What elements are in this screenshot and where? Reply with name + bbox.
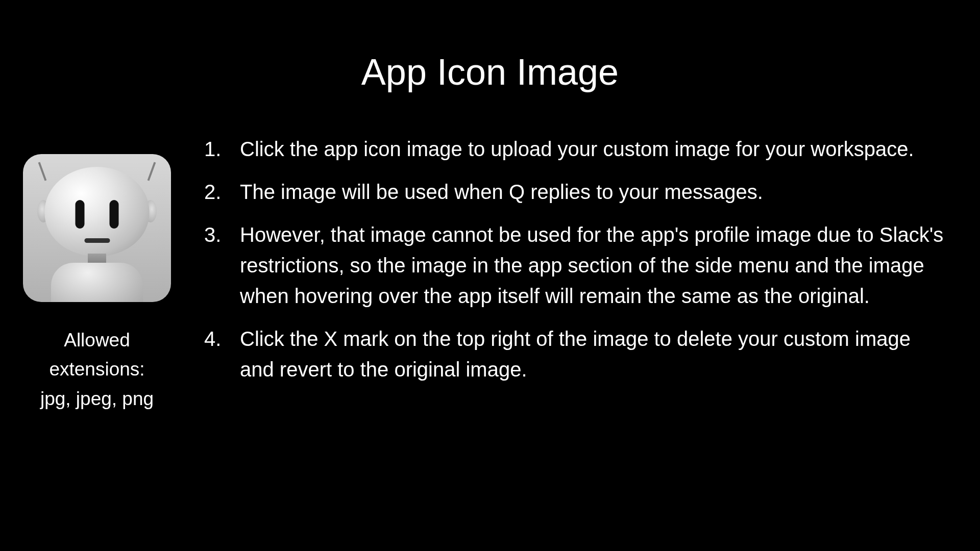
left-column: Allowed extensions: jpg, jpeg, png bbox=[20, 134, 174, 413]
page-title: App Icon Image bbox=[20, 51, 960, 93]
instruction-item: Click the app icon image to upload your … bbox=[204, 134, 944, 164]
page-container: App Icon Image bbox=[0, 0, 980, 413]
instructions-list: Click the app icon image to upload your … bbox=[204, 134, 944, 385]
instruction-item: The image will be used when Q replies to… bbox=[204, 177, 944, 207]
robot-icon bbox=[23, 154, 171, 302]
extensions-label: Allowed extensions: bbox=[20, 325, 174, 384]
instruction-item: Click the X mark on the top right of the… bbox=[204, 323, 944, 385]
app-icon-upload[interactable] bbox=[23, 154, 171, 302]
right-column: Click the app icon image to upload your … bbox=[204, 134, 960, 397]
instruction-item: However, that image cannot be used for t… bbox=[204, 219, 944, 311]
content-row: Allowed extensions: jpg, jpeg, png Click… bbox=[20, 134, 960, 413]
allowed-extensions: Allowed extensions: jpg, jpeg, png bbox=[20, 325, 174, 413]
extensions-list: jpg, jpeg, png bbox=[20, 384, 174, 413]
